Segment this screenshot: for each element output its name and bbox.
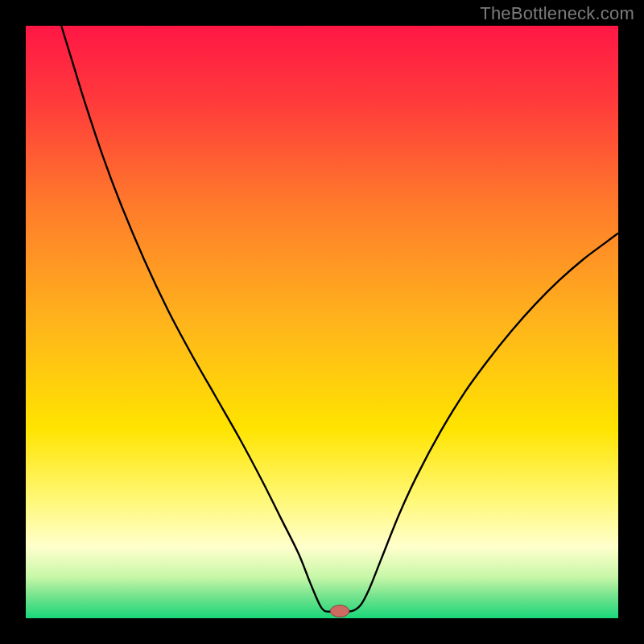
plot-area: [26, 26, 618, 618]
optimal-point-marker: [330, 605, 349, 617]
chart-frame: TheBottleneck.com: [0, 0, 644, 644]
gradient-background: [26, 26, 618, 618]
watermark-label: TheBottleneck.com: [480, 3, 634, 24]
chart-svg: [26, 26, 618, 618]
